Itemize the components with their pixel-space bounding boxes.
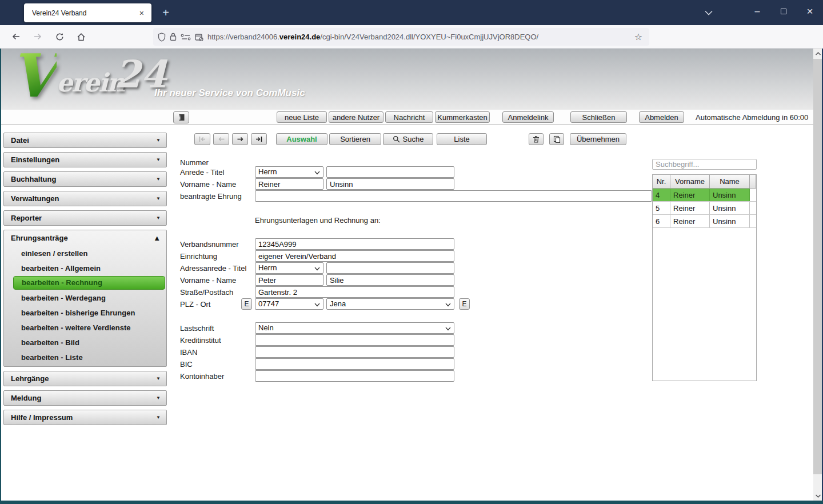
- sidebar-subitem-bearbeiten-bisherige-ehrungen[interactable]: bearbeiten - bisherige Ehrungen: [4, 305, 166, 320]
- table-row-selected[interactable]: 4 Reiner Unsinn: [653, 189, 756, 202]
- sidebar-item-hilfe-impressum[interactable]: Hilfe / Impressum▼: [3, 410, 167, 425]
- bic-label: BIC: [180, 360, 255, 369]
- sidebar-item-einstellungen[interactable]: Einstellungen▼: [3, 152, 167, 167]
- copy-icon: [553, 135, 561, 143]
- sortieren-button[interactable]: Sortieren: [329, 133, 381, 145]
- schliessen-button[interactable]: Schließen: [570, 111, 627, 123]
- andere-nutzer-button[interactable]: andere Nutzer: [329, 111, 383, 123]
- name-field[interactable]: [326, 178, 454, 190]
- adressanrede-titel-label: Adressanrede - Titel: [180, 264, 255, 273]
- tab-title: Verein24 Verband: [32, 9, 137, 17]
- iban-field[interactable]: [255, 346, 454, 358]
- app-top-toolbar: neue Liste andere Nutzer Nachricht Kumme…: [1, 110, 813, 125]
- bic-field[interactable]: [255, 358, 454, 370]
- bookmark-star-icon[interactable]: ☆: [632, 31, 645, 42]
- tab-close-icon[interactable]: ×: [137, 9, 147, 17]
- copy-button[interactable]: [549, 133, 564, 145]
- next-record-button[interactable]: [232, 133, 248, 145]
- sidebar-item-lehrgaenge[interactable]: Lehrgänge▼: [3, 371, 167, 386]
- adressanrede-select[interactable]: Herrn: [255, 262, 323, 274]
- tab-list-chevron-icon[interactable]: [702, 7, 716, 18]
- ort-edit-button[interactable]: E: [459, 298, 470, 310]
- anrede-select[interactable]: Herrn: [255, 166, 323, 178]
- sidebar-subitem-einlesen-erstellen[interactable]: einlesen / erstellen: [4, 246, 166, 261]
- sidebar-item-meldung[interactable]: Meldung▼: [3, 390, 167, 406]
- app-banner: V erein 24 Ihr neuer Service von ComMusi…: [1, 49, 813, 110]
- sidebar-subitem-bearbeiten-liste[interactable]: bearbeiten - Liste: [4, 350, 166, 365]
- sidebar-item-datei[interactable]: Datei▼: [3, 133, 167, 148]
- first-record-button[interactable]: [194, 133, 210, 145]
- strasse-postfach-label: Straße/Postfach: [180, 288, 255, 297]
- name2-field[interactable]: [326, 274, 454, 286]
- back-icon[interactable]: [7, 28, 25, 45]
- window-bottom-border: [0, 501, 823, 504]
- table-row[interactable]: 6 Reiner Unsinn: [653, 215, 756, 228]
- chevron-down-icon: [445, 327, 451, 331]
- register-list-button[interactable]: [173, 111, 189, 123]
- col-header-nr[interactable]: Nr.: [653, 175, 670, 188]
- sidebar-item-ehrungsantraege[interactable]: Ehrungsanträge▲: [4, 230, 166, 246]
- sidebar-item-verwaltungen[interactable]: Verwaltungen▼: [3, 191, 167, 206]
- reload-icon[interactable]: [50, 28, 69, 45]
- ort-select[interactable]: Jena: [326, 298, 454, 310]
- browser-tab[interactable]: Verein24 Verband ×: [24, 3, 151, 22]
- kontoinhaber-field[interactable]: [255, 370, 454, 382]
- anrede-titel-label: Anrede - Titel: [180, 168, 255, 177]
- tracking-blocked-icon[interactable]: [195, 33, 203, 41]
- window-controls: – ×: [744, 0, 823, 23]
- sidebar-item-reporter[interactable]: Reporter▼: [3, 210, 167, 226]
- lock-icon[interactable]: [170, 33, 177, 41]
- abmelden-button[interactable]: Abmelden: [639, 111, 684, 123]
- sidebar-subitem-bearbeiten-werdegang[interactable]: bearbeiten - Werdegang: [4, 290, 166, 305]
- new-tab-button[interactable]: +: [158, 5, 174, 21]
- uebernehmen-button[interactable]: Übernehmen: [570, 133, 626, 145]
- vorname-field[interactable]: [255, 178, 323, 190]
- sidebar-subitem-bearbeiten-bild[interactable]: bearbeiten - Bild: [4, 335, 166, 350]
- register-list-icon: [178, 114, 185, 121]
- col-header-name[interactable]: Name: [710, 175, 750, 188]
- verbandsnummer-label: Verbandsnummer: [180, 240, 255, 249]
- sidebar-item-buchhaltung[interactable]: Buchhaltung▼: [3, 171, 167, 187]
- minimize-button[interactable]: –: [744, 0, 770, 23]
- forward-icon[interactable]: [29, 28, 47, 45]
- verbandsnummer-field[interactable]: [255, 238, 454, 250]
- table-row[interactable]: 5 Reiner Unsinn: [653, 202, 756, 215]
- nachricht-button[interactable]: Nachricht: [385, 111, 433, 123]
- search-input[interactable]: [652, 159, 757, 170]
- einrichtung-field[interactable]: [255, 250, 454, 262]
- shield-icon[interactable]: [158, 33, 166, 42]
- liste-button[interactable]: Liste: [437, 133, 487, 145]
- permissions-icon[interactable]: [181, 34, 191, 41]
- auswahl-button[interactable]: Auswahl: [276, 133, 327, 145]
- kreditinstitut-field[interactable]: [255, 334, 454, 346]
- section-heading: Ehrungsunterlagen und Rechnung an:: [255, 216, 381, 225]
- home-icon[interactable]: [72, 28, 90, 45]
- plz-edit-button[interactable]: E: [241, 298, 252, 310]
- maximize-button[interactable]: [770, 0, 797, 23]
- kontoinhaber-label: Kontoinhaber: [180, 372, 255, 381]
- anmeldelink-button[interactable]: Anmeldelink: [502, 111, 554, 123]
- suche-button[interactable]: Suche: [383, 133, 433, 145]
- col-header-vorname[interactable]: Vorname: [670, 175, 710, 188]
- strasse-field[interactable]: [255, 286, 454, 298]
- vorname2-field[interactable]: [255, 274, 323, 286]
- url-bar[interactable]: https://verband24006.verein24.de/cgi-bin…: [153, 28, 649, 46]
- kummerkasten-button[interactable]: Kummerkasten: [435, 111, 490, 123]
- beantragte-ehrung-field[interactable]: [255, 190, 652, 202]
- prev-record-button[interactable]: [213, 133, 229, 145]
- sidebar-subitem-bearbeiten-allgemein[interactable]: bearbeiten - Allgemein: [4, 261, 166, 275]
- lastschrift-select[interactable]: Nein: [255, 322, 454, 334]
- sidebar-subitem-bearbeiten-weitere-verdienste[interactable]: bearbeiten - weitere Verdienste: [4, 320, 166, 335]
- titel-field[interactable]: [326, 166, 454, 178]
- adress-titel-field[interactable]: [326, 262, 454, 274]
- chevron-down-icon: ▼: [156, 215, 161, 221]
- sidebar-subitem-bearbeiten-rechnung-selected[interactable]: bearbeiten - Rechnung: [13, 276, 165, 290]
- close-button[interactable]: ×: [797, 0, 823, 23]
- delete-trash-button[interactable]: [529, 133, 544, 145]
- sidebar-menu: Datei▼ Einstellungen▼ Buchhaltung▼ Verwa…: [3, 133, 167, 429]
- url-text[interactable]: https://verband24006.verein24.de/cgi-bin…: [207, 33, 628, 41]
- last-record-button[interactable]: [251, 133, 267, 145]
- neue-liste-button[interactable]: neue Liste: [277, 111, 327, 123]
- plz-select[interactable]: 07747: [255, 298, 323, 310]
- vorname-name-label: Vorname - Name: [180, 180, 255, 189]
